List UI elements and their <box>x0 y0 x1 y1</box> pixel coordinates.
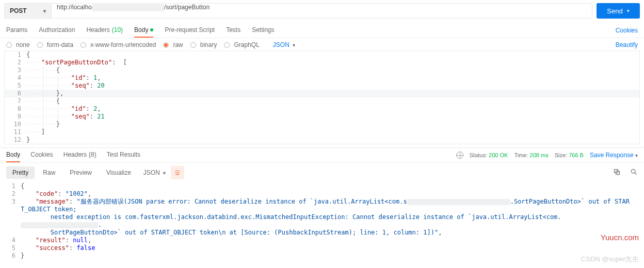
copy-button[interactable] <box>613 168 621 177</box>
body-opt-binary[interactable]: binary <box>190 41 217 48</box>
globe-icon[interactable] <box>456 152 463 159</box>
body-opt-xwww[interactable]: x-www-form-urlencoded <box>81 41 156 48</box>
chevron-down-icon: ▾ <box>163 170 166 176</box>
tab-settings[interactable]: Settings <box>252 23 274 38</box>
raw-format-select[interactable]: JSON ▾ <box>273 41 295 48</box>
size-block: Size: 766 B <box>555 152 584 158</box>
http-method-select[interactable]: POST ▾ <box>4 3 52 19</box>
wrap-icon <box>174 169 181 176</box>
search-button[interactable] <box>630 168 638 177</box>
http-method-value: POST <box>10 7 27 14</box>
copy-icon <box>613 168 621 176</box>
url-prefix: http://localho <box>57 4 92 11</box>
status-block: Status: 200 OK <box>470 152 508 158</box>
tab-headers[interactable]: Headers (10) <box>86 23 123 38</box>
body-opt-formdata[interactable]: form-data <box>37 41 73 48</box>
url-input[interactable]: http://localho/sort/pageButton <box>52 3 592 19</box>
chevron-down-icon: ▾ <box>627 8 630 13</box>
request-body-editor[interactable]: 1{ 2····"sortPageButtonDto": [ 3····|···… <box>4 51 640 144</box>
tab-authorization[interactable]: Authorization <box>39 23 75 38</box>
resp-format-select[interactable]: JSON ▾ <box>143 169 166 176</box>
body-opt-raw[interactable]: raw <box>163 41 183 48</box>
dot-indicator-icon <box>150 28 153 31</box>
url-redacted <box>92 4 164 11</box>
watermark-csdn: CSDN @super先生 <box>581 255 639 264</box>
redacted-text <box>407 199 510 205</box>
headers-count: (10) <box>112 26 123 34</box>
cookies-link[interactable]: Cookies <box>616 27 638 34</box>
body-opt-graphql[interactable]: GraphQL <box>224 41 259 48</box>
tab-params[interactable]: Params <box>6 23 27 38</box>
beautify-link[interactable]: Beautify <box>616 41 638 48</box>
svg-line-3 <box>635 173 636 174</box>
resp-tab-body[interactable]: Body <box>6 148 20 162</box>
tab-tests[interactable]: Tests <box>226 23 240 38</box>
chevron-down-icon: ▾ <box>43 8 46 14</box>
time-block: Time: 208 ms <box>514 152 548 158</box>
fmt-raw[interactable]: Raw <box>37 166 61 179</box>
resp-tab-cookies[interactable]: Cookies <box>30 148 53 162</box>
redacted-text <box>21 222 98 228</box>
tab-prerequest[interactable]: Pre-request Script <box>165 23 215 38</box>
resp-tab-tests[interactable]: Test Results <box>107 148 140 162</box>
url-suffix: /sort/pageButton <box>164 4 210 11</box>
response-body-editor[interactable]: 1{ 2 "code": "1002", 3 "message": "服务器内部… <box>4 182 640 260</box>
tab-body[interactable]: Body <box>134 23 153 38</box>
save-response-button[interactable]: Save Response ▾ <box>590 152 638 159</box>
watermark-yuu: Yuucn.com <box>601 233 639 242</box>
fmt-pretty[interactable]: Pretty <box>6 166 35 179</box>
fmt-preview[interactable]: Preview <box>63 166 98 179</box>
body-opt-none[interactable]: none <box>6 41 30 48</box>
fmt-visualize[interactable]: Visualize <box>100 166 137 179</box>
send-button[interactable]: Send ▾ <box>597 3 640 19</box>
send-label: Send <box>607 7 622 15</box>
wrap-lines-button[interactable] <box>171 166 184 179</box>
resp-tab-headers[interactable]: Headers (8) <box>63 148 96 162</box>
chevron-down-icon: ▾ <box>293 42 295 48</box>
svg-point-2 <box>632 170 636 174</box>
search-icon <box>630 168 638 176</box>
